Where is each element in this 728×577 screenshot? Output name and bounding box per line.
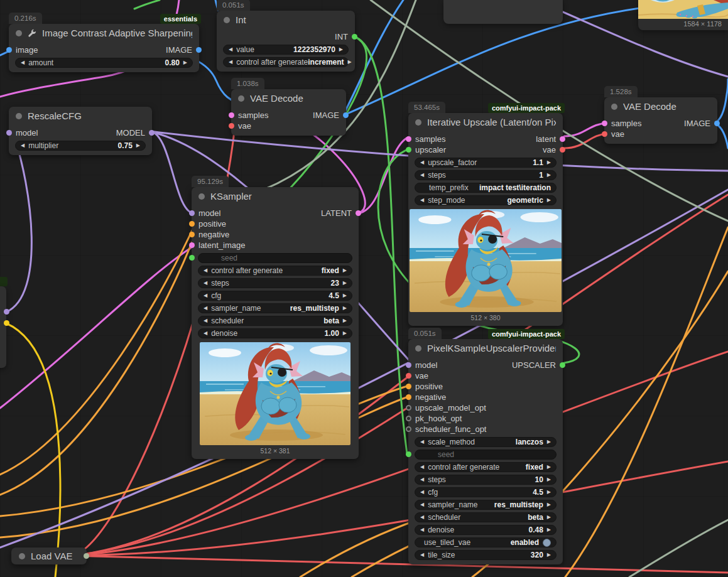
output-slot-UPSCALER[interactable] <box>560 362 565 368</box>
collapse-dot[interactable] <box>415 119 421 126</box>
increment-arrow-icon[interactable] <box>543 553 551 558</box>
input-slot-model[interactable] <box>189 210 195 216</box>
widget-temp_prefix[interactable]: temp_prefiximpact test\iteration <box>415 183 557 193</box>
widget-steps[interactable]: steps23 <box>198 278 352 288</box>
input-slot-upscaler[interactable] <box>406 147 411 153</box>
node-graph-canvas[interactable]: 1584 × 1178 0.216sessentialsImage Contra… <box>0 0 728 577</box>
input-slot-pk_hook_opt[interactable] <box>406 416 411 421</box>
increment-arrow-icon[interactable] <box>543 173 551 178</box>
widget-upscale_factor[interactable]: upscale_factor1.1 <box>415 158 557 168</box>
decrement-arrow-icon[interactable] <box>420 160 424 165</box>
output-slot-MODEL[interactable] <box>149 130 155 136</box>
decrement-arrow-icon[interactable] <box>204 306 207 311</box>
output-slot-vae[interactable] <box>560 147 565 153</box>
input-slot-positive[interactable] <box>189 221 195 227</box>
node-image-preview-partial[interactable]: 1584 × 1178 <box>638 0 728 30</box>
node-loadvae[interactable]: Load VAE <box>11 547 87 564</box>
input-slot-samples[interactable] <box>229 112 234 118</box>
decrement-arrow-icon[interactable] <box>420 173 424 178</box>
decrement-arrow-icon[interactable] <box>204 268 207 273</box>
output-slot-clip[interactable] <box>4 320 9 326</box>
preview-image[interactable] <box>638 0 728 19</box>
node-header[interactable]: VAE Decode <box>231 89 346 107</box>
increment-arrow-icon[interactable] <box>339 268 347 273</box>
input-slot-model[interactable] <box>6 130 12 136</box>
node-header[interactable]: VAE Decode <box>604 97 717 116</box>
node-sharpen[interactable]: 0.216sessentialsImage Contrast Adaptive … <box>9 24 199 72</box>
widget-denoise[interactable]: denoise1.00 <box>198 328 352 338</box>
node-header[interactable]: PixelKSampleUpscalerProvider <box>408 339 563 357</box>
input-slot-vae[interactable] <box>602 131 607 137</box>
node-header[interactable]: RescaleCFG <box>9 107 152 125</box>
input-slot-samples[interactable] <box>602 121 607 126</box>
widget-scheduler[interactable]: schedulerbeta <box>198 316 352 326</box>
input-slot-vae[interactable] <box>229 123 234 129</box>
decrement-arrow-icon[interactable] <box>204 318 207 323</box>
widget-denoise[interactable]: denoise0.48 <box>415 525 557 535</box>
output-slot-IMAGE[interactable] <box>196 47 202 53</box>
collapse-dot[interactable] <box>198 193 205 200</box>
node-vaedecode2[interactable]: 1.528sVAE DecodesamplesIMAGEvae <box>604 97 717 144</box>
increment-arrow-icon[interactable] <box>339 281 347 286</box>
input-slot-negative[interactable] <box>406 394 411 400</box>
input-slot-vae[interactable] <box>406 373 411 379</box>
input-slot-samples[interactable] <box>406 136 411 142</box>
node-iterative-upscale[interactable]: 53.465scomfyui-impact-packIterative Upsc… <box>408 113 563 326</box>
widget-amount[interactable]: amount0.80 <box>15 58 193 68</box>
collapse-dot[interactable] <box>611 104 617 110</box>
node-header[interactable]: Int <box>217 11 355 29</box>
widget-cfg[interactable]: cfg4.5 <box>198 291 352 301</box>
decrement-arrow-icon[interactable] <box>420 465 424 470</box>
collapse-dot[interactable] <box>16 113 22 119</box>
collapse-dot[interactable] <box>238 95 244 102</box>
output-slot-IMAGE[interactable] <box>714 121 720 126</box>
increment-arrow-icon[interactable] <box>339 293 347 298</box>
widget-seed[interactable]: seed <box>415 450 557 460</box>
widget-seed[interactable]: seed <box>198 253 352 263</box>
increment-arrow-icon[interactable] <box>344 60 352 65</box>
input-slot-latent_image[interactable] <box>189 242 195 248</box>
widget-sampler_name[interactable]: sampler_nameres_multistep <box>415 500 557 510</box>
node-pixelksample-upscaler-provider[interactable]: 0.051scomfyui-impact-packPixelKSampleUps… <box>408 339 563 564</box>
decrement-arrow-icon[interactable] <box>420 198 424 203</box>
input-slot-seed[interactable] <box>406 451 411 457</box>
increment-arrow-icon[interactable] <box>339 306 347 311</box>
increment-arrow-icon[interactable] <box>543 477 551 482</box>
output-slot-model[interactable] <box>4 309 9 315</box>
increment-arrow-icon[interactable] <box>543 527 551 532</box>
increment-arrow-icon[interactable] <box>543 490 551 495</box>
decrement-arrow-icon[interactable] <box>229 60 232 65</box>
input-slot-upscale_model_opt[interactable] <box>406 405 411 411</box>
node-ksampler[interactable]: 95.129sKSamplermodelLATENTpositivenegati… <box>192 187 359 459</box>
widget-steps[interactable]: steps1 <box>415 170 557 180</box>
increment-arrow-icon[interactable] <box>543 465 551 470</box>
widget-tile_size[interactable]: tile_size320 <box>415 550 557 560</box>
widget-scale_method[interactable]: scale_methodlanczos <box>415 437 557 447</box>
preview-image[interactable] <box>200 342 350 445</box>
decrement-arrow-icon[interactable] <box>420 527 424 532</box>
increment-arrow-icon[interactable] <box>543 198 551 203</box>
input-slot-negative[interactable] <box>189 232 195 237</box>
decrement-arrow-icon[interactable] <box>204 331 207 336</box>
input-slot-positive[interactable] <box>406 384 411 389</box>
decrement-arrow-icon[interactable] <box>204 281 207 286</box>
increment-arrow-icon[interactable] <box>543 439 551 445</box>
decrement-arrow-icon[interactable] <box>420 515 424 520</box>
input-slot-model[interactable] <box>406 362 411 368</box>
widget-control-after-generate[interactable]: control after generatefixed <box>415 462 557 472</box>
increment-arrow-icon[interactable] <box>339 318 347 323</box>
output-slot-LATENT[interactable] <box>356 210 361 216</box>
toggle-knob-icon[interactable] <box>543 539 551 547</box>
output-slot-IMAGE[interactable] <box>343 112 349 118</box>
collapse-dot[interactable] <box>224 17 230 23</box>
node-vaedecode1[interactable]: 1.038sVAE DecodesamplesIMAGEvae <box>231 89 346 136</box>
node-header[interactable]: KSampler <box>192 187 359 205</box>
decrement-arrow-icon[interactable] <box>420 439 424 445</box>
increment-arrow-icon[interactable] <box>543 515 551 520</box>
widget-cfg[interactable]: cfg4.5 <box>415 487 557 497</box>
output-slot-vae[interactable] <box>84 553 89 559</box>
collapse-dot[interactable] <box>16 30 22 36</box>
decrement-arrow-icon[interactable] <box>420 477 424 482</box>
input-slot-seed[interactable] <box>189 255 195 261</box>
preview-image[interactable] <box>410 209 562 312</box>
